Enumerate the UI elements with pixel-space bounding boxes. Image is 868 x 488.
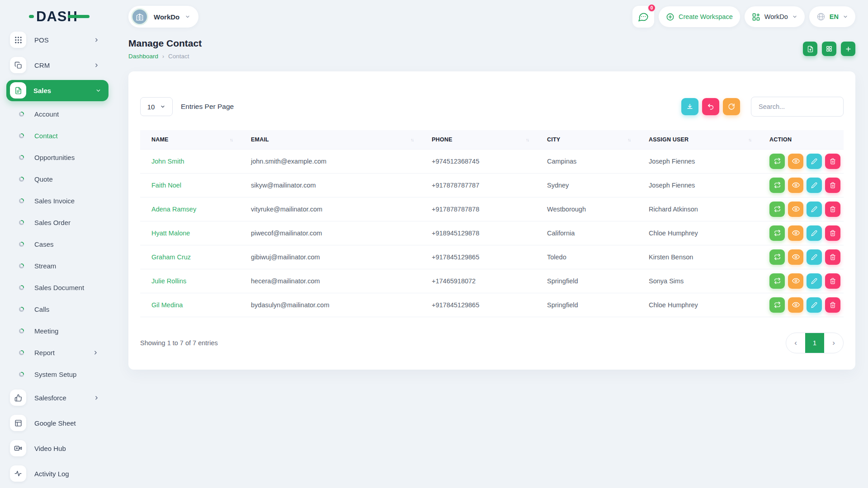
view-button[interactable] (788, 297, 803, 313)
view-button[interactable] (788, 249, 803, 265)
breadcrumb-dashboard-link[interactable]: Dashboard (128, 53, 158, 60)
sidebar-item-quote[interactable]: Quote (0, 168, 108, 190)
refresh-button[interactable] (723, 98, 740, 115)
contact-city: Springfield (536, 293, 637, 317)
create-workspace-button[interactable]: Create Workspace (659, 6, 740, 27)
contact-name-link[interactable]: Faith Noel (140, 173, 240, 197)
app-logo[interactable]: DASH (0, 0, 108, 26)
column-header-city[interactable]: CITY↑↓ (536, 130, 637, 149)
grid-view-button[interactable] (822, 42, 836, 56)
view-button[interactable] (788, 154, 803, 169)
view-button[interactable] (788, 178, 803, 193)
convert-button[interactable] (769, 202, 785, 217)
column-header-email[interactable]: EMAIL↑↓ (240, 130, 420, 149)
contact-phone: +17465918072 (420, 269, 536, 293)
sidebar-item-opportunities[interactable]: Opportunities (0, 146, 108, 168)
sort-icon[interactable]: ↑↓ (526, 137, 528, 142)
contact-name-link[interactable]: Julie Rollins (140, 269, 240, 293)
delete-button[interactable] (825, 154, 840, 169)
language-label: EN (830, 13, 839, 20)
sidebar-item-sales-invoice[interactable]: Sales Invoice (0, 190, 108, 211)
delete-button[interactable] (825, 273, 840, 289)
sort-icon[interactable]: ↑↓ (627, 137, 630, 142)
delete-button[interactable] (825, 202, 840, 217)
entries-per-page-select[interactable]: 10 (140, 97, 173, 116)
view-button[interactable] (788, 202, 803, 217)
sidebar-item-report[interactable]: Report (0, 342, 108, 363)
sidebar-item-contact[interactable]: Contact (0, 125, 108, 146)
export-file-button[interactable] (803, 42, 817, 56)
delete-button[interactable] (825, 249, 840, 265)
sidebar-item-sales[interactable]: Sales (6, 80, 108, 101)
convert-button[interactable] (769, 178, 785, 193)
contact-city: Westborough (536, 197, 637, 221)
column-header-phone[interactable]: PHONE↑↓ (420, 130, 536, 149)
convert-button[interactable] (769, 249, 785, 265)
sort-icon[interactable]: ↑↓ (748, 137, 751, 142)
messages-button[interactable]: 0 (632, 6, 654, 28)
sidebar-item-calls[interactable]: Calls (0, 298, 108, 320)
contact-name-link[interactable]: John Smith (140, 149, 240, 173)
contact-name-link[interactable]: Adena Ramsey (140, 197, 240, 221)
edit-button[interactable] (807, 273, 822, 289)
view-button[interactable] (788, 273, 803, 289)
sidebar-item-sales-order[interactable]: Sales Order (0, 211, 108, 233)
sheet-icon (10, 415, 26, 431)
sidebar-item-label: Meeting (34, 327, 58, 335)
bullet-icon (19, 350, 24, 355)
sidebar-item-activity-log[interactable]: Activity Log (0, 461, 108, 486)
sidebar-item-salesforce[interactable]: Salesforce (0, 385, 108, 410)
sort-icon[interactable]: ↑↓ (230, 137, 232, 142)
delete-button[interactable] (825, 225, 840, 241)
sort-icon[interactable]: ↑↓ (410, 137, 413, 142)
sidebar-item-google-sheet[interactable]: Google Sheet (0, 410, 108, 436)
sidebar-item-sales-document[interactable]: Sales Document (0, 277, 108, 298)
delete-button[interactable] (825, 297, 840, 313)
convert-button[interactable] (769, 225, 785, 241)
sidebar-item-crm[interactable]: CRM (0, 52, 108, 78)
edit-button[interactable] (807, 178, 822, 193)
thumbs-up-icon (10, 389, 26, 406)
edit-button[interactable] (807, 202, 822, 217)
convert-button[interactable] (769, 273, 785, 289)
edit-button[interactable] (807, 249, 822, 265)
edit-button[interactable] (807, 154, 822, 169)
export-download-button[interactable] (681, 98, 698, 115)
contact-name-link[interactable]: Graham Cruz (140, 245, 240, 269)
pagination-next-button[interactable]: › (824, 333, 843, 353)
undo-button[interactable] (702, 98, 719, 115)
sidebar-item-label: Account (34, 110, 59, 118)
add-contact-button[interactable] (841, 42, 855, 56)
language-dropdown[interactable]: EN (809, 6, 855, 27)
view-button[interactable] (788, 225, 803, 241)
edit-button[interactable] (807, 297, 822, 313)
workspace-avatar (131, 8, 148, 25)
trash-icon (830, 206, 836, 212)
contact-name-link[interactable]: Hyatt Malone (140, 221, 240, 245)
convert-button[interactable] (769, 154, 785, 169)
sidebar-item-stream[interactable]: Stream (0, 255, 108, 277)
sidebar-item-video-hub[interactable]: Video Hub (0, 436, 108, 461)
search-input[interactable] (751, 97, 844, 117)
download-icon (686, 103, 693, 110)
contact-name-link[interactable]: Gil Medina (140, 293, 240, 317)
app-switcher-dropdown[interactable]: WorkDo (745, 6, 805, 27)
sidebar-item-label: Calls (34, 305, 49, 313)
eye-icon (792, 181, 800, 189)
delete-button[interactable] (825, 178, 840, 193)
sidebar-item-meeting[interactable]: Meeting (0, 320, 108, 342)
bullet-icon (19, 372, 24, 377)
contact-actions-cell (758, 269, 844, 293)
sidebar-item-label: Report (34, 349, 55, 357)
pagination-page-1[interactable]: 1 (805, 333, 824, 353)
sidebar-item-pos[interactable]: POS (0, 27, 108, 52)
edit-button[interactable] (807, 225, 822, 241)
convert-button[interactable] (769, 297, 785, 313)
pagination-prev-button[interactable]: ‹ (786, 333, 805, 353)
column-header-name[interactable]: NAME↑↓ (140, 130, 240, 149)
column-header-assign-user[interactable]: ASSIGN USER↑↓ (637, 130, 758, 149)
sidebar-item-system-setup[interactable]: System Setup (0, 363, 108, 385)
sidebar-item-cases[interactable]: Cases (0, 233, 108, 255)
sidebar-item-account[interactable]: Account (0, 103, 108, 125)
workspace-selector[interactable]: WorkDo (128, 6, 198, 28)
